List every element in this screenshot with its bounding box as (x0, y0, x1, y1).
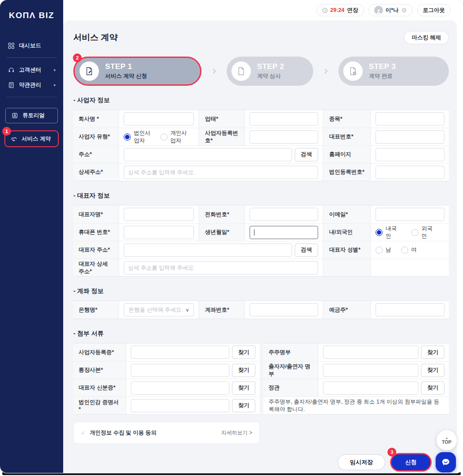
sidebar-item-customer-center[interactable]: 고객센터 ▾ (0, 62, 63, 77)
sidebar-item-tutorial[interactable]: 튜토리얼 (5, 108, 58, 123)
field-label-corp-seal-cert: 법인인감 증명서* (73, 397, 125, 414)
up-arrow-icon: ▲ (445, 436, 448, 439)
privacy-agreement-label: 개인정보 수집 및 이용 동의 (90, 429, 156, 437)
chat-bubble-icon (440, 457, 451, 468)
logout-button[interactable]: 로그아웃 (417, 4, 451, 16)
investor-list-file-input[interactable] (323, 364, 418, 377)
rep-id-file-input[interactable] (131, 381, 229, 395)
step-1[interactable]: 2 STEP 1 서비스 계약 신청 (73, 57, 201, 86)
radio-label: 외국인 (421, 225, 437, 240)
chevron-right-icon (322, 67, 330, 75)
empty-label-cell (324, 259, 370, 276)
main-phone-input[interactable] (376, 130, 444, 144)
field-label-articles: 정관 (263, 379, 317, 396)
investor-list-browse-button[interactable]: 찾기 (421, 364, 444, 377)
unmask-button[interactable]: 마스킹 해제 (404, 31, 449, 44)
page-content: 서비스 계약 마스킹 해제 2 STEP 1 서비스 계약 신청 (63, 20, 457, 473)
rep-birth-input[interactable] (250, 226, 318, 239)
field-label-account-holder: 예금주* (324, 301, 370, 319)
headset-icon (8, 66, 15, 73)
privacy-agreement-detail-link[interactable]: 자세히보기 > (221, 429, 252, 437)
radio-male[interactable]: 남 (376, 246, 391, 254)
rep-id-browse-button[interactable]: 찾기 (232, 381, 255, 395)
field-label-homepage: 홈페이지 (324, 146, 370, 163)
business-info-table: 회사명 * 업태* 종목* 사업자 유형* 법인사업자 (73, 110, 449, 181)
field-label-main-phone: 대표번호* (324, 128, 370, 145)
user-pill[interactable]: 이*나 ⚙ (368, 4, 413, 16)
account-holder-input[interactable] (376, 303, 444, 316)
chat-button[interactable] (436, 452, 456, 472)
text-cursor (254, 229, 254, 236)
sidebar-item-dashboard[interactable]: 대시보드 (0, 38, 63, 53)
field-label-nationality: 내/외국인 (324, 224, 370, 241)
radio-corporate[interactable]: 법인사업자 (124, 129, 151, 145)
session-timer-pill[interactable]: 29:24 연장 (316, 4, 364, 16)
chevron-right-icon (210, 67, 218, 75)
bank-select[interactable]: 은행을 선택해 주세요. ∨ (124, 303, 194, 316)
business-category-input[interactable] (250, 112, 318, 126)
radio-foreign[interactable]: 외국인 (411, 225, 437, 240)
sidebar: KOΠΛ BIZ 대시보드 고객센터 ▾ 약관관리 (0, 0, 63, 473)
document-edit-icon (80, 61, 99, 81)
address-input[interactable] (124, 148, 292, 161)
temp-save-button[interactable]: 임시저장 (338, 454, 385, 470)
corp-seal-cert-browse-button[interactable]: 찾기 (232, 399, 255, 412)
rep-phone-input[interactable] (250, 208, 318, 221)
privacy-agreement-card: ✓ 개인정보 수집 및 이용 동의 자세히보기 > (73, 422, 260, 444)
articles-file-input[interactable] (323, 381, 418, 395)
radio-dot-selected (376, 229, 383, 236)
step-2[interactable]: STEP 2 계약 심사 (227, 57, 313, 86)
business-reg-no-input[interactable] (250, 130, 318, 144)
rep-address-detail-input[interactable] (124, 261, 318, 274)
business-license-browse-button[interactable]: 찾기 (232, 346, 255, 359)
section-title-business: - 사업자 정보 (73, 96, 449, 104)
business-license-file-input[interactable] (131, 346, 229, 359)
step-name: STEP 2 (257, 62, 284, 71)
step-3[interactable]: STEP 3 계약 완료 (338, 57, 449, 86)
extend-session-button[interactable]: 연장 (347, 7, 358, 14)
field-label-rep-address: 대표자 주소* (73, 241, 118, 259)
shareholder-list-file-input[interactable] (323, 346, 418, 359)
empty-field-cell (371, 259, 449, 276)
radio-label: 내국인 (386, 225, 402, 240)
attachments-note-row: 주주명부, 출자자/출연자 명부, 정관 중 최소 1개 이상의 첨부파일을 등… (263, 396, 449, 414)
radio-individual[interactable]: 개인사업자 (160, 129, 187, 145)
rep-address-search-button[interactable]: 검색 (295, 244, 318, 257)
bankbook-copy-file-input[interactable] (131, 364, 229, 377)
shareholder-list-browse-button[interactable]: 찾기 (421, 346, 444, 359)
scroll-to-top-button[interactable]: ▲ TOP (436, 430, 457, 450)
account-number-input[interactable] (250, 303, 318, 316)
clock-icon (322, 8, 328, 13)
sidebar-item-terms[interactable]: 약관관리 ▾ (0, 77, 63, 92)
submit-button[interactable]: 3 신청 (391, 454, 430, 470)
rep-email-input[interactable] (376, 208, 444, 221)
chevron-down-icon: ▾ (53, 68, 56, 72)
radio-dot (160, 133, 167, 141)
articles-browse-button[interactable]: 찾기 (421, 381, 444, 395)
field-label-investor-list: 출자자/출연자 명부 (263, 362, 317, 379)
corp-seal-cert-file-input[interactable] (131, 399, 229, 412)
corp-reg-no-input[interactable] (376, 166, 444, 179)
company-name-input[interactable] (124, 112, 194, 126)
avatar (374, 6, 383, 15)
bankbook-copy-browse-button[interactable]: 찾기 (232, 364, 255, 377)
radio-domestic[interactable]: 내국인 (376, 225, 402, 240)
field-label-item: 종목* (324, 110, 370, 128)
field-label-business-type: 사업자 유형* (73, 128, 118, 145)
section-title-attachments: - 첨부 서류 (73, 330, 449, 338)
address-detail-input[interactable] (124, 166, 318, 179)
homepage-input[interactable] (376, 148, 444, 161)
radio-female[interactable]: 여 (401, 246, 417, 254)
radio-dot-selected (124, 133, 131, 141)
field-label-address: 주소* (73, 146, 118, 163)
rep-name-input[interactable] (124, 208, 194, 221)
sidebar-menu: 대시보드 고객센터 ▾ 약관관리 ▾ (0, 38, 63, 147)
radio-label: 법인사업자 (134, 129, 151, 145)
sidebar-item-service-contract[interactable]: 1 서비스 계약 (4, 130, 59, 147)
business-item-input[interactable] (376, 112, 444, 126)
rep-address-input[interactable] (124, 244, 292, 257)
rep-mobile-input[interactable] (124, 226, 194, 239)
address-search-button[interactable]: 검색 (295, 148, 318, 161)
document-check-icon (343, 61, 363, 81)
gear-icon[interactable]: ⚙ (401, 7, 407, 13)
